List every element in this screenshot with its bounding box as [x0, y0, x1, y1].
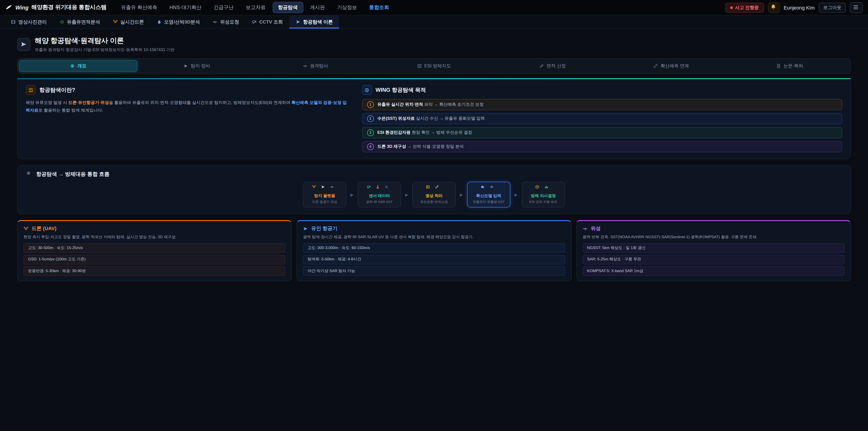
burst-icon	[59, 20, 64, 24]
logout-button[interactable]: 로그아웃	[819, 2, 846, 12]
app-root: Wing 해양환경 위기대응 통합시스템 유출유 확산예측 HNS·대기확산 긴…	[0, 0, 868, 431]
goal-number-badge: 4	[367, 143, 374, 150]
flow-step-response-decision: 방제 의사결정 ESI 연계·자원 배치	[522, 182, 565, 208]
what-paragraph: 해양 유류오염 발생 시 드론·유인항공기·위성을 활용하여 유출유의 위치·면…	[26, 99, 350, 114]
system-title: 해양환경 위기대응 통합시스템	[31, 4, 106, 11]
subnav-pollution-ship-3d[interactable]: 오염/선박3D분석	[150, 16, 206, 29]
platform-description: 광역·반복 관측. SST(NOAA AVHRR·NGSST)·SAR(Sent…	[583, 234, 844, 240]
tab-area-calculation[interactable]: 면적 산정	[493, 60, 612, 72]
map-icon	[417, 64, 422, 68]
subnav-label: 실시간드론	[120, 19, 144, 25]
goal-number-badge: 2	[367, 115, 374, 122]
drone-icon	[113, 20, 118, 24]
subnav-aerial-search-theory[interactable]: 항공탐색 이론	[289, 16, 339, 29]
satellite-icon	[303, 64, 307, 68]
tab-esi-map[interactable]: ESI 방제지도	[375, 60, 493, 72]
nav-hns-dispersion[interactable]: HNS·대기확산	[164, 2, 207, 13]
hamburger-menu-button[interactable]	[850, 2, 863, 13]
subnav-realtime-drone[interactable]: 실시간드론	[106, 16, 150, 29]
pencil-icon	[435, 185, 442, 192]
subnav-label: 오염/선박3D분석	[164, 19, 200, 25]
arrow-icon: ▶	[350, 192, 353, 197]
flow-step-label: 탐지 플랫폼	[308, 193, 341, 199]
tab-label: 면적 산정	[547, 63, 566, 69]
page-title: 해양 항공탐색·원격탐사 이론	[35, 36, 175, 45]
drone-card: 드론 (UAV) 현장 즉시 투입·저고도 정밀 촬영. 광학·적외선 카메라 …	[17, 220, 292, 281]
flow-step-label: 센서 데이터	[363, 193, 396, 199]
goal-number-badge: 3	[367, 129, 374, 136]
subnav-oil-area-analysis[interactable]: 유출유면적분석	[53, 16, 106, 29]
subnav-label: 유출유면적분석	[67, 19, 100, 25]
image-icon	[426, 185, 433, 192]
flow-step-label: 확산모델 입력	[472, 193, 505, 199]
book-icon	[26, 85, 36, 95]
platform-title: 유인 항공기	[311, 225, 338, 232]
nav-emergency-rescue[interactable]: 긴급구난	[208, 2, 239, 13]
subnav-label: 위성요청	[220, 19, 239, 25]
spec-row: 운용반경: 5-30km · 체공: 30-90분	[24, 267, 285, 276]
brand[interactable]: Wing 해양환경 위기대응 통합시스템	[5, 4, 106, 11]
hamburger-icon	[852, 4, 860, 11]
notifications-button[interactable]	[768, 2, 780, 13]
incident-status-badge[interactable]: 사고 진행중	[725, 2, 764, 12]
subnav-image-photo-management[interactable]: 영상사진관리	[4, 16, 53, 29]
wing-purpose-section: WING 항공탐색 목적 1 유출유 실시간 위치·면적 파악 → 확산예측 초…	[362, 85, 842, 152]
nav-oil-spill-prediction[interactable]: 유출유 확산예측	[116, 2, 162, 13]
goal-row: 1 유출유 실시간 위치·면적 파악 → 확산예측 초기조건 보정	[362, 99, 842, 110]
page-header: 해양 항공탐색·원격탐사 이론 유출유 원격탐지·항공감시 기법·ESI 방제정…	[17, 36, 851, 53]
what-is-aerial-search-section: 항공탐색이란? 해양 유류오염 발생 시 드론·유인항공기·위성을 활용하여 유…	[26, 85, 350, 152]
tab-papers-patents[interactable]: 논문·특허	[730, 60, 849, 72]
platform-description: 현장 즉시 투입·저고도 정밀 촬영. 광학·적외선 카메라 탑재, 실시간 영…	[24, 234, 285, 240]
tab-detection-equipment[interactable]: 탐지 장비	[138, 60, 256, 72]
plane-icon	[321, 185, 328, 192]
droplet-icon	[157, 20, 161, 24]
tab-label: 확산예측 연계	[660, 63, 689, 69]
nav-integrated-search[interactable]: 통합조회	[364, 2, 395, 13]
globe-icon	[362, 85, 372, 95]
tab-remote-sensing[interactable]: 원격탐사	[256, 60, 375, 72]
flow-step-sub: 좌표변환·면적산정	[417, 200, 451, 204]
nav-aerial-search[interactable]: 항공탐색	[272, 2, 303, 13]
spec-row: NGSST: 5km 해상도 · 일 1회 갱신	[583, 243, 844, 253]
flow-step-sub: 광학·IR·SAR·SST	[363, 200, 396, 204]
flow-step-model-input: 확산모델 입력 유출위치·유출량·SST	[467, 182, 510, 208]
subnav-satellite-request[interactable]: 위성요청	[206, 16, 246, 29]
plane-icon	[303, 226, 308, 231]
nav-reports[interactable]: 보고자료	[240, 2, 271, 13]
subnav-label: 영상사진관리	[18, 19, 47, 25]
incident-badge-label: 사고 진행중	[735, 4, 759, 11]
incident-dot-icon	[730, 6, 733, 9]
tab-label: ESI 방제지도	[424, 63, 451, 69]
spec-row: SAR: 5-25m 해상도 · 구름 무관	[583, 255, 844, 265]
purpose-title: WING 항공탐색 목적	[375, 86, 426, 94]
tab-label: 논문·특허	[783, 63, 803, 69]
document-icon	[776, 64, 781, 68]
goal-row: 3 ESI 환경민감자원 현장 확인 → 방제 우선순위 결정	[362, 127, 842, 138]
platform-description: 광역 탐색·장시간 체공. 광학·IR·SAR·SLAR·UV 등 다중 센서 …	[303, 234, 565, 240]
overview-panel: 항공탐색이란? 해양 유류오염 발생 시 드론·유인항공기·위성을 활용하여 유…	[17, 79, 851, 159]
nav-board[interactable]: 게시판	[305, 2, 330, 13]
manned-aircraft-card: 유인 항공기 광역 탐색·장시간 체공. 광학·IR·SAR·SLAR·UV 등…	[297, 220, 571, 281]
tab-label: 탐지 장비	[191, 63, 210, 69]
brand-logo-text: Wing	[16, 4, 29, 11]
link-icon	[653, 64, 658, 68]
spec-row: KOMPSAT-5: X-band SAR 1m급	[583, 267, 844, 276]
platform-title: 위성	[591, 225, 600, 232]
chart-icon	[544, 185, 552, 192]
satellite-icon	[330, 185, 337, 192]
main-nav: 유출유 확산예측 HNS·대기확산 긴급구난 보고자료 항공탐색 게시판 기상정…	[116, 2, 395, 13]
satellite-icon	[213, 20, 217, 24]
theory-tab-bar: 개요 탐지 장비 원격탐사 ESI 방제지도 면적 산정 확산예측 연계	[17, 58, 851, 74]
satellite-card: 위성 광역·반복 관측. SST(NOAA AVHRR·NGSST)·SAR(S…	[576, 220, 851, 281]
flow-step-label: 영상 처리	[417, 193, 451, 199]
tab-diffusion-link[interactable]: 확산예측 연계	[612, 60, 731, 72]
cloud-icon	[480, 185, 488, 192]
thermometer-icon	[376, 185, 383, 192]
tab-overview[interactable]: 개요	[19, 60, 138, 72]
subnav-cctv-view[interactable]: CCTV 조회	[246, 16, 289, 29]
nav-weather-info[interactable]: 기상정보	[332, 2, 362, 13]
wing-logo-icon	[5, 4, 13, 11]
subnav-label: CCTV 조회	[259, 19, 283, 25]
goal-number-badge: 1	[367, 101, 374, 108]
spec-row: 고도: 300-3,000m · 속도: 60-150m/s	[303, 243, 565, 253]
